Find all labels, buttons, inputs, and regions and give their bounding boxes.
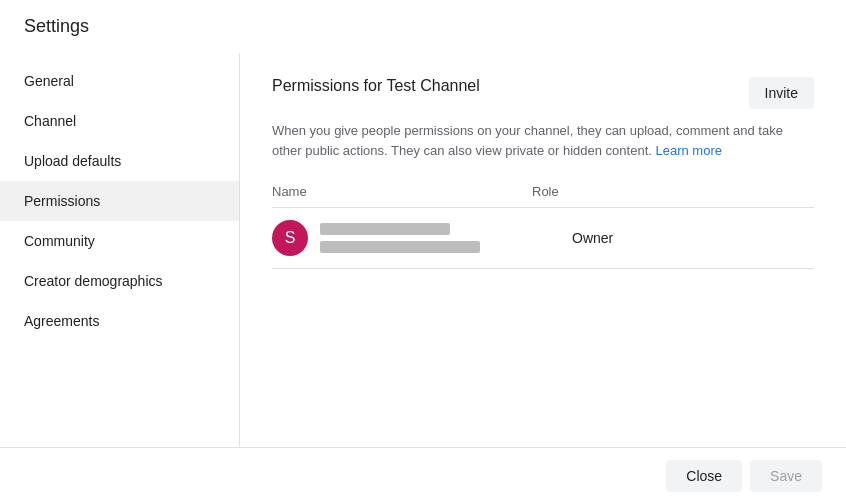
name-col: S xyxy=(272,220,552,256)
sidebar-item-permissions[interactable]: Permissions xyxy=(0,181,239,221)
close-button[interactable]: Close xyxy=(666,460,742,492)
page-title: Settings xyxy=(0,0,846,53)
col-header-role: Role xyxy=(532,184,559,199)
footer: Close Save xyxy=(0,447,846,504)
learn-more-link[interactable]: Learn more xyxy=(656,143,722,158)
sidebar-item-agreements[interactable]: Agreements xyxy=(0,301,239,341)
col-header-name: Name xyxy=(272,184,532,199)
user-name-placeholder xyxy=(320,223,450,235)
table-row: S Owner xyxy=(272,208,814,269)
user-role: Owner xyxy=(572,230,613,246)
user-email-placeholder xyxy=(320,241,480,253)
description: When you give people permissions on your… xyxy=(272,121,814,160)
user-info xyxy=(320,223,520,253)
sidebar-item-general[interactable]: General xyxy=(0,61,239,101)
table-header: Name Role xyxy=(272,184,814,208)
sidebar: General Channel Upload defaults Permissi… xyxy=(0,53,240,447)
content-title: Permissions for Test Channel xyxy=(272,77,480,95)
avatar: S xyxy=(272,220,308,256)
content-area: Permissions for Test Channel Invite When… xyxy=(240,53,846,447)
sidebar-item-upload-defaults[interactable]: Upload defaults xyxy=(0,141,239,181)
sidebar-item-channel[interactable]: Channel xyxy=(0,101,239,141)
sidebar-item-creator-demographics[interactable]: Creator demographics xyxy=(0,261,239,301)
sidebar-item-community[interactable]: Community xyxy=(0,221,239,261)
save-button: Save xyxy=(750,460,822,492)
invite-button[interactable]: Invite xyxy=(749,77,814,109)
